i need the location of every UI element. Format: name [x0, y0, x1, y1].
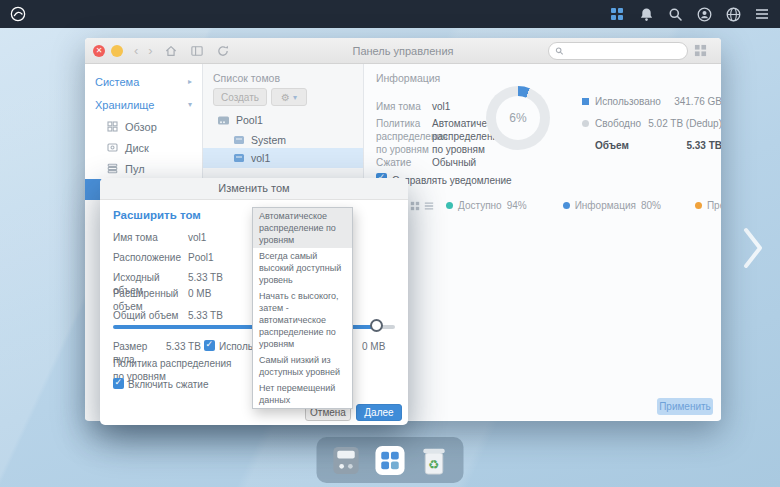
window-search-box [548, 42, 688, 60]
app-center-icon[interactable] [374, 444, 407, 477]
window-close-button[interactable]: ✕ [93, 45, 105, 57]
pool-icon [107, 163, 118, 174]
dialog-field-value: 5.33 TB [188, 272, 223, 283]
tree-item-pool1[interactable]: Pool1 [203, 110, 363, 130]
usage-donut-chart: 6% [486, 86, 550, 150]
sidebar-item-storage[interactable]: Хранилище ▾ [85, 93, 202, 116]
overview-icon [107, 121, 118, 132]
info-header: Информация [364, 64, 721, 84]
used-bullet-icon [582, 98, 589, 105]
sidebar-pool-label: Пул [125, 163, 145, 175]
svg-text:♻: ♻ [428, 457, 439, 472]
sidebar-storage-label: Хранилище [95, 99, 154, 111]
dropdown-option[interactable]: Нет перемещений данных [253, 380, 352, 408]
pool-size-value: 5.33 TB [166, 341, 201, 352]
view-list-small-icon[interactable] [424, 201, 434, 211]
sidebar-system-label: Система [95, 76, 139, 88]
dialog-field-label: Расположение [113, 252, 187, 265]
volume-list-header: Список томов [203, 64, 363, 84]
compression-checkbox-label: Включить сжатие [128, 379, 209, 390]
view-grid-small-icon[interactable] [410, 201, 420, 211]
sidebar-item-disk[interactable]: Диск [85, 137, 202, 158]
language-icon[interactable] [725, 6, 741, 22]
legend-used: Использовано 341.76 GB [582, 90, 721, 112]
menu-icon[interactable] [754, 6, 770, 22]
dropdown-option[interactable]: Всегда самый высокий доступный уровень [253, 248, 352, 288]
status-information: Информация 80% [563, 200, 661, 211]
free-bullet-icon [582, 120, 589, 127]
used-checkbox[interactable] [204, 340, 215, 351]
info-field-label: Сжатие [376, 156, 436, 169]
information-dot-icon [563, 202, 570, 209]
tree-item-vol1[interactable]: vol1 [203, 148, 363, 168]
create-volume-button[interactable]: Создать [213, 88, 267, 106]
sidebar-item-pool[interactable]: Пул [85, 158, 202, 179]
available-dot-icon [446, 202, 453, 209]
dialog-field-label: Имя тома [113, 232, 187, 245]
usage-legend: Использовано 341.76 GB Свободно 5.02 TB … [582, 90, 721, 156]
legend-free: Свободно 5.02 TB (Dedup) [582, 112, 721, 134]
apps-icon[interactable] [609, 6, 625, 22]
notifications-icon[interactable] [638, 6, 654, 22]
nav-back-icon[interactable]: ‹ [134, 44, 138, 57]
recycle-bin-icon[interactable]: ♻ [418, 444, 451, 477]
sidebar-toggle-icon[interactable] [190, 44, 204, 58]
tree-vol1-label: vol1 [251, 152, 270, 164]
chevron-down-icon: ▾ [188, 100, 192, 109]
system-volume-icon [233, 134, 245, 146]
tree-pool-label: Pool1 [236, 114, 263, 126]
sidebar-overview-label: Обзор [125, 121, 157, 133]
dropdown-option[interactable]: Самый низкий из доступных уровней [253, 352, 352, 380]
info-field-value: Обычный [432, 156, 476, 169]
topbar [0, 0, 780, 28]
refresh-icon[interactable] [216, 44, 230, 58]
apply-button[interactable]: Применить [657, 398, 713, 415]
expand-slider-handle[interactable] [370, 319, 383, 332]
dialog-field-value: vol1 [188, 232, 206, 243]
nav-forward-icon[interactable]: › [148, 44, 152, 57]
dialog-field-value: Pool1 [188, 252, 214, 263]
user-icon[interactable] [696, 6, 712, 22]
dialog-section-title: Расширить том [113, 209, 201, 221]
info-panel: Информация Имя тома vol1 Политика распре… [364, 64, 721, 420]
search-icon[interactable] [667, 6, 683, 22]
desktop-next-page-chevron-icon[interactable] [742, 226, 764, 274]
dropdown-option[interactable]: Начать с высокого, затем - автоматическо… [253, 288, 352, 352]
volume-icon [233, 152, 245, 164]
chevron-right-icon: ▸ [188, 77, 192, 86]
info-field-label: Имя тома [376, 100, 436, 113]
os-logo-icon[interactable] [10, 6, 26, 22]
disk-icon [107, 142, 118, 153]
dropdown-option[interactable]: Автоматическое распределение по уровням [253, 208, 352, 248]
search-icon [555, 46, 564, 56]
sidebar-item-overview[interactable]: Обзор [85, 116, 202, 137]
nas-device-icon[interactable] [330, 444, 363, 477]
donut-percent-label: 6% [509, 111, 526, 125]
pool-device-icon [217, 114, 230, 127]
dialog-field-value: 0 MB [188, 288, 211, 299]
window-header: ✕ ‹ › Панель управления [85, 38, 721, 64]
dialog-field-label: Общий объем [113, 310, 187, 323]
info-field-value: vol1 [432, 100, 450, 113]
status-legend-row: Доступно 94% Информация 80% Предупрежден… [410, 200, 721, 211]
sidebar-disk-label: Диск [125, 142, 149, 154]
volume-actions-button[interactable]: ⚙▾ [271, 88, 307, 106]
next-button[interactable]: Далее [356, 404, 402, 421]
sidebar-item-system[interactable]: Система ▸ [85, 70, 202, 93]
dock: ♻ [317, 437, 464, 483]
home-icon[interactable] [164, 44, 178, 58]
tree-system-label: System [251, 134, 286, 146]
legend-total: Объем 5.33 TB [582, 134, 721, 156]
window-search-input[interactable] [568, 44, 681, 57]
notify-label: Отправлять уведомление [392, 174, 542, 187]
view-grid-icon[interactable] [694, 44, 707, 57]
gear-icon: ⚙ [281, 92, 290, 103]
desktop: ✕ ‹ › Панель управления [0, 0, 780, 487]
window-minimize-button[interactable] [111, 45, 123, 57]
window-title: Панель управления [352, 45, 453, 57]
expanded-size-value: 0 MB [362, 341, 385, 352]
tree-item-system[interactable]: System [203, 130, 363, 150]
compression-checkbox[interactable] [113, 378, 124, 389]
warning-dot-icon [695, 202, 702, 209]
tier-policy-dropdown: Автоматическое распределение по уровням … [252, 207, 353, 409]
